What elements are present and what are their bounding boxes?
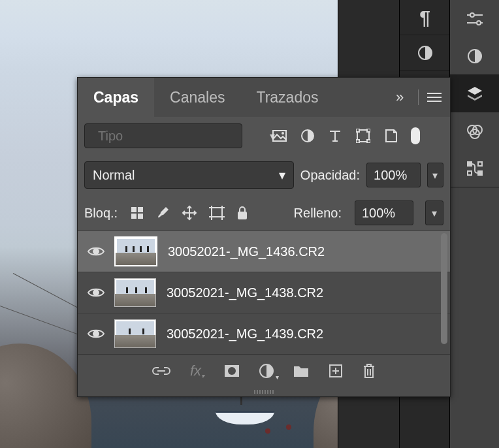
layer-name[interactable]: 30052021-_MG_1438.CR2 <box>167 285 323 300</box>
layer-filter-input[interactable] <box>97 128 265 144</box>
panel-menu-icon[interactable] <box>423 86 446 109</box>
fill-label: Relleno: <box>294 206 342 221</box>
smartobj-icon[interactable] <box>385 129 398 143</box>
link-icon[interactable] <box>152 366 170 376</box>
layer-thumbnail[interactable] <box>114 236 157 266</box>
filter-toggle[interactable] <box>411 127 420 144</box>
opacity-caret[interactable]: ▾ <box>427 163 443 187</box>
adj-layer-icon[interactable]: ▾ <box>259 364 274 378</box>
layer-row[interactable]: 30052021-_MG_1436.CR2 <box>78 231 450 272</box>
tab-layers[interactable]: Capas <box>78 78 154 117</box>
layer-thumbnail[interactable] <box>114 319 156 348</box>
svg-rect-31 <box>131 214 137 219</box>
blend-mode-value: Normal <box>93 168 135 183</box>
svg-rect-26 <box>367 129 370 132</box>
panel-bottom-bar: fx▾ ▾ <box>78 354 450 387</box>
layer-filter-kind[interactable]: ▾ <box>84 123 242 148</box>
scenery-buoy <box>265 428 270 434</box>
channels-icon[interactable] <box>450 112 499 150</box>
layer-row[interactable]: 30052021-_MG_1439.CR2 <box>78 313 450 354</box>
lock-pixels-icon[interactable] <box>131 206 144 219</box>
svg-point-46 <box>93 290 99 295</box>
layers-panel: Capas Canales Trazados » ▾ <box>77 77 451 397</box>
group-icon[interactable] <box>293 364 309 377</box>
adjust-icon[interactable] <box>301 129 314 142</box>
lock-brush-icon[interactable] <box>155 206 170 220</box>
new-layer-icon[interactable] <box>329 364 343 378</box>
svg-rect-12 <box>468 171 472 175</box>
svg-rect-28 <box>367 140 370 143</box>
layer-name[interactable]: 30052021-_MG_1439.CR2 <box>167 327 323 342</box>
blend-mode-select[interactable]: Normal ▾ <box>84 161 294 189</box>
layer-row[interactable]: 30052021-_MG_1438.CR2 <box>78 272 450 313</box>
tab-paths[interactable]: Trazados <box>240 78 334 117</box>
svg-rect-27 <box>356 140 359 143</box>
lock-artboard-icon[interactable] <box>209 206 225 220</box>
lock-row: Bloq.: <box>78 195 450 231</box>
layer-thumbnail[interactable] <box>114 278 156 307</box>
panel-tabs: Capas Canales Trazados » <box>78 78 450 117</box>
scrollbar[interactable] <box>441 233 447 344</box>
visibility-icon[interactable] <box>78 246 114 257</box>
svg-point-19 <box>282 132 284 135</box>
svg-rect-25 <box>356 129 359 132</box>
visibility-icon[interactable] <box>78 287 114 298</box>
filter-row: ▾ <box>78 117 450 155</box>
svg-point-50 <box>228 367 236 375</box>
svg-rect-32 <box>138 214 143 219</box>
chevron-down-icon: ▾ <box>279 167 285 183</box>
fill-caret[interactable]: ▾ <box>425 200 443 225</box>
collapse-panel-icon[interactable]: » <box>387 86 410 109</box>
lock-label: Bloq.: <box>84 206 118 221</box>
fx-icon[interactable]: fx▾ <box>190 362 204 379</box>
tab-channels[interactable]: Canales <box>154 78 240 117</box>
svg-point-45 <box>93 249 99 254</box>
contrast-icon[interactable] <box>400 35 450 70</box>
fill-value[interactable]: 100% <box>355 200 413 225</box>
svg-rect-44 <box>238 212 247 219</box>
tool-rail <box>449 0 499 448</box>
svg-rect-30 <box>138 207 143 212</box>
opacity-value[interactable]: 100% <box>366 163 421 187</box>
type-icon[interactable] <box>329 129 342 142</box>
svg-rect-9 <box>468 162 472 166</box>
resize-grip[interactable] <box>78 387 450 396</box>
layer-name[interactable]: 30052021-_MG_1436.CR2 <box>168 244 325 259</box>
svg-rect-10 <box>478 171 482 175</box>
mask-icon[interactable] <box>224 364 240 377</box>
layers-icon[interactable] <box>450 75 499 112</box>
lock-move-icon[interactable] <box>182 205 197 221</box>
filter-icons <box>272 129 398 143</box>
svg-point-4 <box>477 21 481 25</box>
paths-icon[interactable] <box>450 150 499 187</box>
paragraph-icon[interactable]: ¶ <box>400 0 450 35</box>
lock-all-icon[interactable] <box>236 206 248 220</box>
svg-point-2 <box>470 13 474 17</box>
visibility-icon[interactable] <box>78 328 114 340</box>
adjustments-icon[interactable] <box>450 0 499 37</box>
image-icon[interactable] <box>272 130 287 142</box>
svg-rect-11 <box>478 162 482 166</box>
scenery-boat <box>216 398 274 424</box>
divider <box>418 89 419 105</box>
shape-icon[interactable] <box>356 129 370 143</box>
scenery-buoy <box>286 424 291 430</box>
layers-list: 30052021-_MG_1436.CR2 30052021-_MG_1438.… <box>78 231 450 354</box>
trash-icon[interactable] <box>362 363 376 379</box>
svg-rect-29 <box>131 207 137 212</box>
opacity-label: Opacidad: <box>300 168 360 183</box>
contrast-icon[interactable] <box>450 37 499 74</box>
svg-point-47 <box>93 331 99 336</box>
blend-row: Normal ▾ Opacidad: 100% ▾ <box>78 155 450 195</box>
svg-rect-35 <box>212 208 222 217</box>
